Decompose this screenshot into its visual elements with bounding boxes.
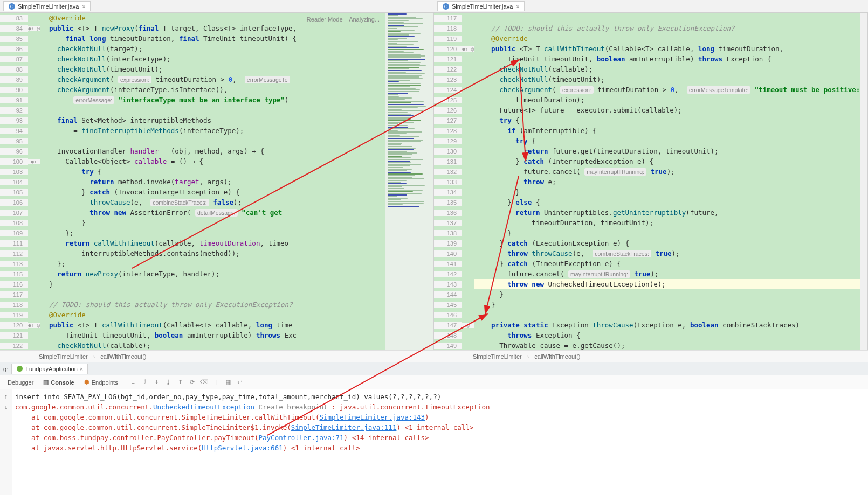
code-line[interactable]: 122 checkNotNull(callable); <box>0 340 427 350</box>
code-text[interactable]: } catch (InterruptedException e) { <box>474 156 861 166</box>
scroll-strip-right[interactable] <box>860 13 867 350</box>
breadcrumb-method[interactable]: callWithTimeout() <box>534 353 580 360</box>
line-number[interactable]: 115 <box>0 271 28 277</box>
gutter-icons[interactable]: ●↑ @ <box>28 323 40 328</box>
gutter-icons[interactable]: ●↑ @ <box>28 26 40 31</box>
code-line[interactable]: 89 checkArgument( expression: timeoutDur… <box>0 74 427 85</box>
code-line[interactable]: 140 throw throwCause(e, combineStackTrac… <box>434 248 861 259</box>
code-text[interactable]: return callWithTimeout(callable, timeout… <box>40 238 427 248</box>
up-icon[interactable]: ↥ <box>176 379 185 386</box>
code-line[interactable]: 131 } catch (InterruptedException e) { <box>434 156 861 166</box>
line-number[interactable]: 88 <box>0 66 28 73</box>
line-number[interactable]: 137 <box>434 220 462 226</box>
line-number[interactable]: 117 <box>0 291 28 298</box>
code-text[interactable]: } catch (ExecutionException e) { <box>474 238 861 248</box>
console-line[interactable]: at com.boss.fundpay.controller.PayContro… <box>15 433 865 443</box>
code-text[interactable]: errorMessage: "interfaceType must be an … <box>40 95 427 106</box>
step-up-icon[interactable]: ⤴ <box>141 379 149 386</box>
code-line[interactable]: 84●↑ @ public <T> T newProxy(final T tar… <box>0 23 427 33</box>
line-number[interactable]: 116 <box>0 281 28 288</box>
line-number[interactable]: 135 <box>434 199 462 206</box>
line-number[interactable]: 84 <box>0 25 28 32</box>
tab-console[interactable]: ▤ Console <box>39 377 78 388</box>
line-number[interactable]: 138 <box>434 230 462 236</box>
line-number[interactable]: 119 <box>0 312 28 318</box>
breadcrumb-left[interactable]: SimpleTimeLimiter callWithTimeout() <box>0 350 434 362</box>
code-text[interactable]: final long timeoutDuration, final TimeUn… <box>40 33 427 44</box>
code-line[interactable]: 113 }; <box>0 259 427 269</box>
code-text[interactable]: }; <box>40 228 427 238</box>
code-text[interactable]: }; <box>40 259 427 269</box>
code-line[interactable]: 85 final long timeoutDuration, final Tim… <box>0 33 427 44</box>
code-text[interactable]: = findInterruptibleMethods(interfaceType… <box>40 126 427 136</box>
code-text[interactable]: Callable<Object> callable = () → { <box>40 156 427 166</box>
code-line[interactable]: 88 checkNotNull(timeoutUnit); <box>0 64 427 74</box>
line-number[interactable]: 118 <box>0 302 28 308</box>
line-number[interactable]: 129 <box>434 138 462 144</box>
console-line[interactable]: at com.google.common.util.concurrent.Sim… <box>15 412 865 422</box>
code-line[interactable]: 122 checkNotNull(callable); <box>434 64 861 74</box>
code-text[interactable]: return method.invoke(target, args); <box>40 177 427 187</box>
code-line[interactable]: 120●↑ @ public <T> T callWithTimeout(Cal… <box>0 320 427 330</box>
line-number[interactable]: 96 <box>0 148 28 155</box>
code-text[interactable] <box>474 13 861 23</box>
line-number[interactable]: 104 <box>0 179 28 185</box>
code-text[interactable]: timeoutDuration); <box>474 95 861 105</box>
code-text[interactable]: if (amInterruptible) { <box>474 126 861 136</box>
code-line[interactable]: 116 } <box>0 279 427 289</box>
code-text[interactable]: checkNotNull(timeoutUnit); <box>474 74 861 85</box>
code-line[interactable]: 95 <box>0 136 427 146</box>
code-text[interactable]: } <box>474 187 861 197</box>
line-number[interactable]: 147 <box>434 322 462 329</box>
code-line[interactable]: 147@ private static Exception throwCause… <box>434 320 861 330</box>
line-number[interactable]: 90 <box>0 87 28 93</box>
export-icon[interactable]: ⭳ <box>164 379 173 386</box>
gutter-icons[interactable]: ●↑ <box>28 159 40 164</box>
tab-right-file[interactable]: C SimpleTimeLimiter.java × <box>437 1 525 11</box>
close-icon[interactable]: × <box>516 3 519 10</box>
code-text[interactable]: try { <box>474 136 861 146</box>
code-text[interactable]: TimeUnit timeoutUnit, boolean amInterrup… <box>474 54 861 64</box>
console-line[interactable]: at javax.servlet.http.HttpServlet.servic… <box>15 443 865 453</box>
code-line[interactable]: 105 } catch (InvocationTargetException e… <box>0 187 427 197</box>
code-text[interactable]: private static Exception throwCause(Exce… <box>474 320 861 330</box>
code-area-left[interactable]: 83 @Override84●↑ @ public <T> T newProxy… <box>0 13 427 350</box>
breadcrumb-method[interactable]: callWithTimeout() <box>100 353 146 360</box>
code-text[interactable]: // TODO: should this actually throw only… <box>40 299 427 310</box>
code-text[interactable]: return future.get(timeoutDuration, timeo… <box>474 146 861 156</box>
code-line[interactable]: 108 } <box>0 218 427 228</box>
line-number[interactable]: 111 <box>0 240 28 247</box>
code-line[interactable]: 118 // TODO: should this actually throw … <box>0 299 427 310</box>
code-text[interactable]: } catch (TimeoutException e) { <box>474 259 861 269</box>
line-number[interactable]: 93 <box>0 117 28 124</box>
code-text[interactable]: public <T> T callWithTimeout(Callable<T>… <box>474 44 861 54</box>
code-line[interactable]: 139 } catch (ExecutionException e) { <box>434 238 861 248</box>
code-line[interactable]: 119 @Override <box>0 310 427 320</box>
code-text[interactable]: throw throwCause(e, combineStackTraces: … <box>474 248 861 259</box>
line-number[interactable]: 106 <box>0 199 28 206</box>
minimap-left[interactable] <box>385 13 433 350</box>
line-number[interactable]: 89 <box>0 76 28 83</box>
code-text[interactable]: checkArgument( expression: timeoutDurati… <box>40 74 427 85</box>
line-number[interactable]: 122 <box>434 66 462 73</box>
line-number[interactable]: 146 <box>434 312 462 318</box>
line-number[interactable]: 92 <box>0 107 28 114</box>
line-number[interactable]: 132 <box>434 169 462 175</box>
code-text[interactable]: checkNotNull(target); <box>40 44 427 54</box>
tab-left-file[interactable]: C SimpleTimeLimiter.java × <box>3 1 91 11</box>
code-text[interactable]: try { <box>40 166 427 177</box>
code-line[interactable]: 86 checkNotNull(target); <box>0 44 427 54</box>
code-text[interactable]: } catch (InvocationTargetException e) { <box>40 187 427 197</box>
code-line[interactable]: 92 <box>0 105 427 115</box>
line-number[interactable]: 109 <box>0 230 28 236</box>
gutter-icons[interactable]: ●↑ @ <box>462 46 474 52</box>
line-number[interactable]: 143 <box>434 281 462 288</box>
download-icon[interactable]: ⤓ <box>153 379 161 386</box>
line-number[interactable]: 127 <box>434 117 462 124</box>
code-line[interactable]: 117 <box>434 13 861 23</box>
run-config-tab[interactable]: FundpayApplication × <box>11 364 88 374</box>
line-number[interactable]: 123 <box>434 76 462 83</box>
code-text[interactable] <box>40 289 427 299</box>
code-text[interactable]: Future<T> future = executor.submit(calla… <box>474 105 861 115</box>
code-line[interactable]: 112 interruptibleMethods.contains(method… <box>0 248 427 259</box>
